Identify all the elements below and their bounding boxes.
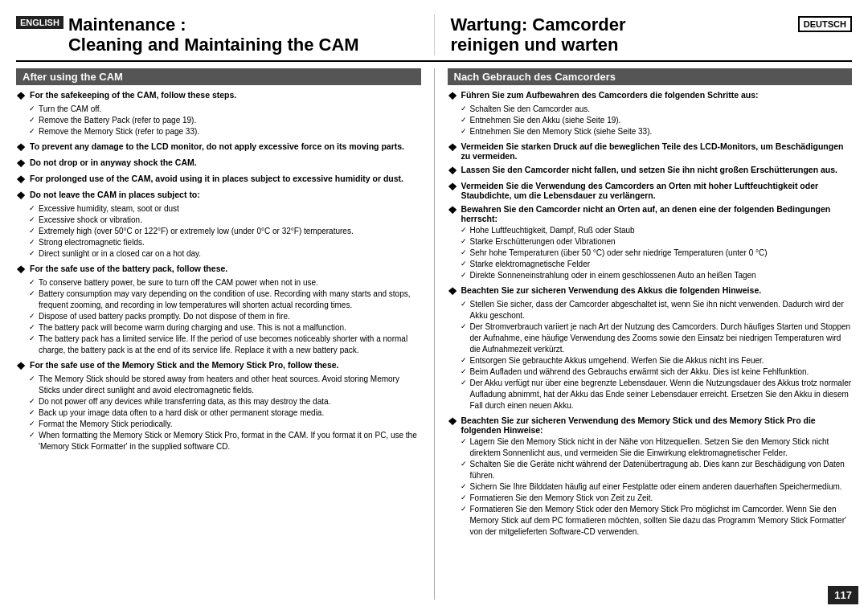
header-left: ENGLISH Maintenance : Cleaning and Maint… bbox=[16, 14, 435, 55]
bullet-icon: ❖ bbox=[448, 415, 457, 428]
header-title-line2: Cleaning and Maintaining the CAM bbox=[68, 35, 359, 55]
sub-item: Stellen Sie sicher, dass der Camcorder a… bbox=[461, 299, 853, 321]
list-item: ❖For the safe use of the battery pack, f… bbox=[16, 264, 421, 356]
bullet-text: To prevent any damage to the LCD monitor… bbox=[30, 141, 404, 151]
bullet-icon: ❖ bbox=[16, 190, 26, 202]
bullet-icon: ❖ bbox=[448, 204, 457, 216]
list-item: ❖Lassen Sie den Camcorder nicht fallen, … bbox=[448, 165, 853, 177]
list-item: ❖To prevent any damage to the LCD monito… bbox=[16, 141, 421, 154]
sub-item: The battery pack will become warm during… bbox=[29, 322, 421, 334]
bullet-text: Do not leave the CAM in places subject t… bbox=[30, 190, 200, 199]
sub-item: Schalten Sie den Camcorder aus. bbox=[461, 104, 853, 115]
sub-item: Der Stromverbrauch variiert je nach Art … bbox=[461, 321, 853, 355]
sub-item: Hohe Luftfeuchtigkeit, Dampf, Ruß oder S… bbox=[461, 225, 853, 236]
page-number: 117 bbox=[828, 586, 858, 604]
sub-item: Direct sunlight or in a closed car on a … bbox=[29, 248, 421, 260]
sub-item: Direkte Sonneneinstrahlung oder in einem… bbox=[461, 270, 853, 281]
bullet-icon: ❖ bbox=[16, 90, 26, 102]
bullet-icon: ❖ bbox=[16, 174, 26, 186]
bullet-text: Vermeiden Sie die Verwendung des Camcord… bbox=[461, 181, 853, 200]
sub-item: Remove the Memory Stick (refer to page 3… bbox=[29, 126, 421, 137]
sub-item: To conserve battery power, be sure to tu… bbox=[29, 277, 421, 289]
bullet-text: For the safe use of the battery pack, fo… bbox=[30, 264, 227, 273]
bullet-text: Lassen Sie den Camcorder nicht fallen, u… bbox=[461, 165, 838, 174]
bullet-icon: ❖ bbox=[16, 158, 26, 170]
list-item: ❖Bewahren Sie den Camcorder nicht an Ort… bbox=[448, 204, 853, 281]
sub-item: Der Akku verfügt nur über eine begrenzte… bbox=[461, 378, 853, 411]
bullet-icon: ❖ bbox=[448, 285, 457, 297]
col-right: Nach Gebrauch des Camcorders ❖Führen Sie… bbox=[435, 68, 853, 600]
sub-item: Extremely high (over 50°C or 122°F) or e… bbox=[29, 226, 421, 237]
bullet-icon: ❖ bbox=[448, 141, 457, 154]
sub-item: Starke elektromagnetische Felder bbox=[461, 259, 853, 270]
sub-item: Format the Memory Stick periodically. bbox=[29, 419, 421, 430]
list-item: ❖Do not drop or in anyway shock the CAM. bbox=[16, 158, 421, 170]
sub-item: Remove the Battery Pack (refer to page 1… bbox=[29, 115, 421, 126]
bullet-icon: ❖ bbox=[448, 165, 457, 177]
sub-item: Sehr hohe Temperaturen (über 50 °C) oder… bbox=[461, 248, 853, 259]
header-right-title2: reinigen und warten bbox=[451, 35, 626, 55]
sub-item: The battery pack has a limited service l… bbox=[29, 334, 421, 356]
sub-item: Entnehmen Sie den Akku (siehe Seite 19). bbox=[461, 115, 853, 126]
sub-item: When formatting the Memory Stick or Memo… bbox=[29, 430, 421, 452]
list-item: ❖Führen Sie zum Aufbewahren des Camcorde… bbox=[448, 90, 853, 137]
sub-item: The Memory Stick should be stored away f… bbox=[29, 374, 421, 396]
bullet-text: Beachten Sie zur sicheren Verwendung des… bbox=[461, 285, 762, 295]
sub-item: Excessive humidity, steam, soot or dust bbox=[29, 203, 421, 215]
deutsch-badge: DEUTSCH bbox=[798, 16, 852, 32]
sub-item: Starke Erschütterungen oder Vibrationen bbox=[461, 236, 853, 248]
sub-item: Entsorgen Sie gebrauchte Akkus umgehend.… bbox=[461, 355, 853, 366]
list-item: ❖For the safekeeping of the CAM, follow … bbox=[16, 90, 421, 137]
main-content: After using the CAM ❖For the safekeeping… bbox=[16, 68, 852, 600]
bullet-text: For the safekeeping of the CAM, follow t… bbox=[30, 90, 236, 100]
sub-item: Back up your image data often to a hard … bbox=[29, 407, 421, 419]
bullet-text: Bewahren Sie den Camcorder nicht an Orte… bbox=[461, 204, 853, 223]
section-header-right: Nach Gebrauch des Camcorders bbox=[448, 68, 853, 85]
sub-item: Formatieren Sie den Memory Stick oder de… bbox=[461, 504, 853, 538]
sub-item: Do not power off any devices while trans… bbox=[29, 396, 421, 407]
sub-item: Excessive shock or vibration. bbox=[29, 215, 421, 226]
col-left: After using the CAM ❖For the safekeeping… bbox=[16, 68, 435, 600]
sub-item: Turn the CAM off. bbox=[29, 104, 421, 115]
bullet-text: For prolonged use of the CAM, avoid usin… bbox=[30, 174, 403, 183]
list-item: ❖Vermeiden Sie starken Druck auf die bew… bbox=[448, 141, 853, 161]
sub-item: Schalten Sie die Geräte nicht während de… bbox=[461, 459, 853, 481]
header-title-line1: Maintenance : bbox=[68, 14, 359, 35]
list-item: ❖For the safe use of the Memory Stick an… bbox=[16, 360, 421, 452]
sub-item: Sichern Sie Ihre Bilddaten häufig auf ei… bbox=[461, 481, 853, 493]
bullet-text: For the safe use of the Memory Stick and… bbox=[30, 360, 339, 370]
bullet-icon: ❖ bbox=[16, 360, 26, 372]
sub-item: Lagern Sie den Memory Stick nicht in der… bbox=[461, 436, 853, 459]
sub-item: Battery consumption may vary depending o… bbox=[29, 289, 421, 311]
bullet-icon: ❖ bbox=[448, 181, 457, 193]
header-right-title1: Wartung: Camcorder bbox=[451, 14, 626, 35]
list-item: ❖Vermeiden Sie die Verwendung des Camcor… bbox=[448, 181, 853, 200]
sub-item: Strong electromagnetic fields. bbox=[29, 237, 421, 248]
list-item: ❖Beachten Sie zur sicheren Verwendung de… bbox=[448, 285, 853, 411]
bullet-text: Führen Sie zum Aufbewahren des Camcorder… bbox=[461, 90, 759, 100]
bullet-icon: ❖ bbox=[16, 264, 26, 276]
list-item: ❖Do not leave the CAM in places subject … bbox=[16, 190, 421, 260]
bullet-text: Vermeiden Sie starken Druck auf die bewe… bbox=[461, 141, 853, 161]
bullet-icon: ❖ bbox=[16, 141, 26, 154]
section-header-left: After using the CAM bbox=[16, 68, 421, 85]
sub-item: Formatieren Sie den Memory Stick von Zei… bbox=[461, 493, 853, 504]
sub-item: Entnehmen Sie den Memory Stick (siehe Se… bbox=[461, 126, 853, 137]
header-right: Wartung: Camcorder reinigen und warten D… bbox=[435, 14, 853, 55]
page-header: ENGLISH Maintenance : Cleaning and Maint… bbox=[16, 14, 852, 62]
bullet-icon: ❖ bbox=[448, 90, 457, 102]
bullet-text: Do not drop or in anyway shock the CAM. bbox=[30, 158, 197, 167]
sub-item: Dispose of used battery packs promptly. … bbox=[29, 311, 421, 322]
list-item: ❖For prolonged use of the CAM, avoid usi… bbox=[16, 174, 421, 186]
sub-item: Beim Aufladen und während des Gebrauchs … bbox=[461, 366, 853, 378]
bullet-text: Beachten Sie zur sicheren Verwendung des… bbox=[461, 415, 853, 435]
list-item: ❖Beachten Sie zur sicheren Verwendung de… bbox=[448, 415, 853, 538]
english-badge: ENGLISH bbox=[16, 16, 63, 29]
